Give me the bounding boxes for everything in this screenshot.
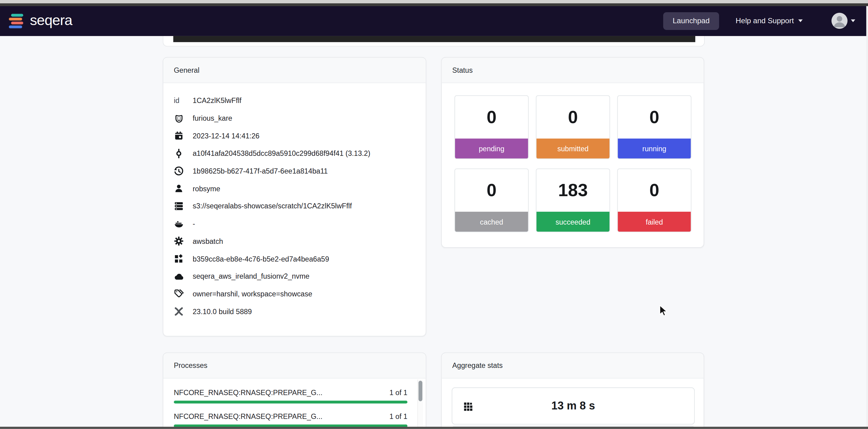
nextflow-icon (174, 307, 184, 317)
compute-env-icon (174, 254, 184, 264)
status-grid: 0 pending 0 submitted 0 running 0 cached… (455, 95, 690, 232)
aggregate-card-header: Aggregate stats (442, 353, 704, 378)
running-count: 0 (618, 96, 691, 139)
scrolled-card-remnant (163, 36, 705, 47)
person-icon (831, 13, 847, 29)
container-value: - (193, 220, 195, 228)
general-row-nextflow-version: 23.10.0 build 5889 (163, 303, 426, 320)
process-progress-label: 1 of 1 (390, 412, 407, 421)
process-item[interactable]: NFCORE_RNASEQ:RNASEQ:PREPARE_G... 1 of 1 (174, 389, 407, 403)
help-label: Help and Support (736, 17, 794, 25)
status-tile-running[interactable]: 0 running (617, 95, 691, 159)
run-name-value: furious_kare (193, 114, 232, 122)
user-menu[interactable] (831, 13, 855, 29)
status-tile-submitted[interactable]: 0 submitted (536, 95, 610, 159)
app-viewport: seqera Launchpad Help and Support (0, 0, 868, 429)
general-row-compute-env-id: b359cc8a-eb8e-4c76-b5e2-ed7a4bea6a59 (163, 250, 426, 267)
workdir-icon (174, 201, 184, 211)
process-progress-bar (174, 401, 407, 403)
gear-icon (174, 236, 184, 246)
running-label: running (618, 138, 691, 158)
run-id-value: 1CA2zlK5lwFflf (193, 96, 241, 105)
start-date-value: 2023-12-14 14:41:26 (193, 132, 259, 140)
process-name: NFCORE_RNASEQ:RNASEQ:PREPARE_G... (174, 412, 322, 421)
nextflow-version-value: 23.10.0 build 5889 (193, 307, 252, 316)
username-value: robsyme (193, 184, 220, 193)
chevron-down-icon (798, 20, 803, 22)
launchpad-button[interactable]: Launchpad (663, 12, 719, 30)
general-body: id 1CA2zlK5lwFflf furious_kare 2023-12-1… (163, 83, 426, 320)
mouse-cursor (659, 305, 668, 317)
general-row-commit: a10f41afa204538d5dcc89a5910c299d68f94f41… (163, 145, 426, 162)
processes-card-header: Processes (163, 353, 426, 378)
help-and-support-menu[interactable]: Help and Support (736, 17, 803, 25)
aggregate-title: Aggregate stats (452, 362, 503, 370)
user-icon (174, 183, 184, 194)
labels-value: owner=harshil, workspace=showcase (193, 290, 312, 298)
id-label: id (174, 96, 184, 105)
executor-value: awsbatch (193, 237, 223, 246)
processes-scrollbar (417, 379, 423, 429)
processes-scrollbar-thumb[interactable] (418, 381, 423, 401)
general-row-runname: furious_kare (163, 110, 426, 127)
aggregate-body: 13 m 8 s (442, 379, 704, 429)
walltime-stat-box: 13 m 8 s (452, 388, 695, 425)
status-card: Status 0 pending 0 submitted 0 running 0… (441, 57, 705, 248)
compute-env-name-value: seqera_aws_ireland_fusionv2_nvme (193, 272, 309, 281)
general-row-labels: owner=harshil, workspace=showcase (163, 285, 426, 303)
pending-count: 0 (455, 96, 528, 139)
process-name: NFCORE_RNASEQ:RNASEQ:PREPARE_G... (174, 389, 322, 397)
docker-icon (174, 219, 184, 229)
history-icon (174, 166, 184, 176)
avatar (831, 13, 847, 29)
processes-card: Processes NFCORE_RNASEQ:RNASEQ:PREPARE_G… (163, 353, 426, 429)
workdir-value: s3://seqeralabs-showcase/scratch/1CA2zlK… (193, 202, 352, 210)
process-item[interactable]: NFCORE_RNASEQ:RNASEQ:PREPARE_G... 1 of 1 (174, 412, 407, 427)
general-card-header: General (163, 58, 426, 83)
stage: seqera Launchpad Help and Support (0, 0, 868, 429)
status-card-header: Status (442, 58, 704, 83)
processes-title: Processes (174, 362, 208, 370)
general-row-workdir: s3://seqeralabs-showcase/scratch/1CA2zlK… (163, 197, 426, 215)
general-row-user: robsyme (163, 180, 426, 197)
general-row-compute-env-name: seqera_aws_ireland_fusionv2_nvme (163, 268, 426, 285)
status-tile-failed[interactable]: 0 failed (617, 168, 691, 232)
masks-icon (174, 113, 184, 123)
succeeded-count: 183 (536, 169, 610, 212)
top-navbar: seqera Launchpad Help and Support (0, 6, 866, 36)
session-id-value: 1b98625b-b627-417f-a5d7-6ee1a814ba11 (193, 167, 328, 175)
status-title: Status (452, 66, 473, 74)
aggregate-stats-card: Aggregate stats 13 m 8 s (441, 353, 705, 429)
general-row-start-date: 2023-12-14 14:41:26 (163, 127, 426, 145)
calendar-icon (174, 131, 184, 141)
window-edge-strip (0, 3, 868, 6)
failed-label: failed (618, 212, 691, 232)
general-row-executor: awsbatch (163, 232, 426, 250)
commit-icon (174, 148, 184, 159)
cloud-icon (174, 271, 184, 281)
succeeded-label: succeeded (536, 212, 610, 232)
seqera-logo-icon (9, 14, 23, 28)
status-tile-cached[interactable]: 0 cached (455, 168, 529, 232)
general-row-container: - (163, 215, 426, 232)
window-right-edge (866, 6, 868, 429)
cached-label: cached (455, 212, 528, 232)
tags-icon (174, 289, 184, 299)
general-card: General id 1CA2zlK5lwFflf furious_kare 2… (163, 57, 426, 336)
processes-body: NFCORE_RNASEQ:RNASEQ:PREPARE_G... 1 of 1… (163, 379, 426, 427)
status-tile-succeeded[interactable]: 183 succeeded (536, 168, 610, 232)
compute-env-id-value: b359cc8a-eb8e-4c76-b5e2-ed7a4bea6a59 (193, 255, 329, 263)
commit-value: a10f41afa204538d5dcc89a5910c299d68f94f41… (193, 149, 370, 158)
process-progress-label: 1 of 1 (390, 389, 407, 397)
failed-count: 0 (618, 169, 691, 212)
waffle-icon (463, 402, 473, 413)
seqera-brand[interactable]: seqera (9, 14, 72, 28)
status-tile-pending[interactable]: 0 pending (455, 95, 529, 159)
window-bottom-edge (0, 427, 868, 429)
code-block-remnant (173, 36, 695, 42)
submitted-count: 0 (536, 96, 610, 139)
general-title: General (174, 66, 199, 74)
chevron-down-icon (851, 20, 856, 22)
walltime-value: 13 m 8 s (552, 400, 595, 412)
window-top-strip (0, 0, 868, 3)
